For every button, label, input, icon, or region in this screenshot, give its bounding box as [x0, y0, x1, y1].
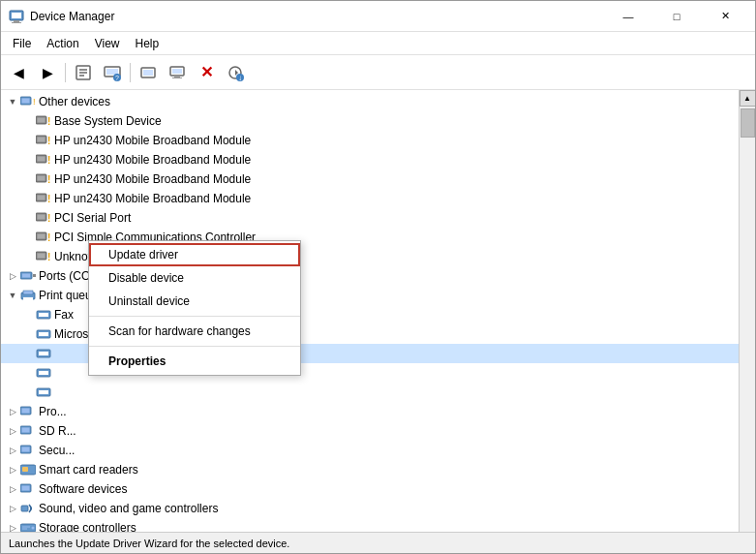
tree-other-devices[interactable]: ▼ ! Other devices	[1, 92, 739, 111]
svg-rect-63	[39, 390, 48, 394]
svg-text:!: !	[47, 213, 50, 224]
tree-pro[interactable]: ▷ Pro...	[1, 402, 739, 421]
base-system-icon: !	[36, 114, 51, 128]
tree-secu[interactable]: ▷ Secu...	[1, 441, 739, 460]
title-buttons: — □ ✕	[606, 7, 747, 26]
app-icon	[9, 9, 24, 24]
svg-rect-53	[23, 297, 33, 300]
ctx-properties[interactable]: Properties	[89, 350, 300, 373]
tb-forward-button[interactable]: ▶	[34, 59, 61, 86]
fax-icon	[36, 308, 51, 322]
svg-text:!: !	[47, 136, 50, 146]
svg-rect-50	[33, 274, 36, 277]
expand-print-queues: ▼	[5, 288, 20, 303]
hp3-label: HP un2430 Mobile Broadband Module	[54, 172, 251, 186]
tree-hp4[interactable]: ! HP un2430 Mobile Broadband Module	[1, 189, 739, 208]
minimize-button[interactable]: —	[606, 7, 650, 26]
expand-sound: ▷	[5, 501, 20, 516]
ctx-scan-hardware[interactable]: Scan for hardware changes	[89, 320, 300, 343]
p3-icon	[36, 347, 51, 360]
maximize-button[interactable]: □	[654, 7, 699, 26]
ctx-separator-2	[89, 346, 300, 347]
scrollbar[interactable]: ▲	[739, 90, 755, 532]
menu-help[interactable]: Help	[128, 35, 167, 52]
svg-rect-73	[22, 486, 30, 491]
tb-back-button[interactable]: ◀	[5, 59, 32, 86]
svg-text:!: !	[47, 252, 50, 262]
expand-storage: ▷	[5, 520, 20, 532]
pro-icon	[20, 405, 36, 418]
base-system-label: Base System Device	[54, 114, 162, 128]
close-button[interactable]: ✕	[703, 7, 747, 26]
expand-sd: ▷	[5, 423, 20, 439]
svg-rect-67	[22, 428, 30, 433]
expand-software: ▷	[5, 481, 20, 497]
tree-sd[interactable]: ▷ SD R...	[1, 421, 739, 441]
ctx-disable-device[interactable]: Disable device	[89, 266, 300, 290]
svg-rect-77	[22, 527, 30, 528]
svg-rect-78	[22, 529, 27, 530]
storage-label: Storage controllers	[39, 521, 136, 532]
expand-ports: ▷	[5, 268, 20, 284]
ctx-uninstall-device-label: Uninstall device	[108, 294, 190, 308]
svg-text:!: !	[47, 232, 50, 243]
sd-label: SD R...	[39, 424, 76, 438]
svg-rect-15	[172, 69, 182, 74]
pro-label: Pro...	[39, 405, 67, 418]
ports-icon	[20, 269, 36, 283]
tb-computer-button[interactable]	[164, 59, 191, 86]
tb-update-driver-button[interactable]: ?	[99, 59, 126, 86]
tb-device-type-button[interactable]	[135, 59, 162, 86]
ctx-uninstall-device[interactable]: Uninstall device	[89, 290, 300, 313]
tree-sound[interactable]: ▷ Sound, video and game controllers	[1, 499, 739, 518]
ctx-update-driver-label: Update driver	[108, 248, 178, 262]
print-queues-icon	[20, 289, 36, 302]
svg-rect-25	[38, 118, 45, 123]
scroll-thumb[interactable]	[741, 108, 755, 138]
tree-pci-serial[interactable]: ! PCI Serial Port	[1, 208, 739, 228]
ctx-separator	[89, 316, 300, 317]
ctx-properties-label: Properties	[108, 354, 166, 368]
toolbar: ◀ ▶ ?	[1, 55, 755, 90]
main-content: ▼ ! Other devices ▷ !	[1, 90, 755, 532]
tb-scan-button[interactable]: ↓	[222, 59, 249, 86]
tb-properties-button[interactable]	[70, 59, 97, 86]
menu-view[interactable]: View	[87, 35, 128, 52]
pdf-icon	[36, 327, 51, 341]
tree-storage[interactable]: ▷ Storage controllers	[1, 518, 739, 532]
menu-file[interactable]: File	[5, 35, 39, 52]
tree-hp2[interactable]: ! HP un2430 Mobile Broadband Module	[1, 150, 739, 169]
smart-card-label: Smart card readers	[39, 463, 138, 477]
svg-rect-69	[22, 447, 30, 452]
tree-printer-5[interactable]	[1, 383, 739, 402]
svg-text:!: !	[47, 116, 50, 127]
title-bar: Device Manager — □ ✕	[1, 1, 755, 32]
sound-icon	[20, 502, 36, 515]
title-bar-left: Device Manager	[9, 9, 114, 24]
svg-rect-61	[39, 371, 48, 375]
other-devices-label: Other devices	[39, 95, 110, 108]
tree-hp1[interactable]: ! HP un2430 Mobile Broadband Module	[1, 131, 739, 150]
unknown-icon: !	[36, 250, 51, 263]
sound-label: Sound, video and game controllers	[39, 502, 218, 515]
svg-rect-65	[22, 409, 30, 414]
svg-rect-13	[143, 70, 153, 76]
svg-rect-40	[38, 215, 45, 220]
pci-serial-label: PCI Serial Port	[54, 211, 131, 225]
hp3-icon: !	[36, 172, 51, 186]
svg-rect-22	[22, 99, 30, 104]
menu-action[interactable]: Action	[39, 35, 86, 52]
tree-hp3[interactable]: ! HP un2430 Mobile Broadband Module	[1, 169, 739, 189]
ctx-update-driver[interactable]: Update driver	[89, 243, 300, 266]
tree-smart-card[interactable]: ▷ Smart card readers	[1, 460, 739, 479]
svg-rect-2	[14, 20, 19, 22]
tree-base-system[interactable]: ▷ ! Base System Device	[1, 111, 739, 131]
status-text: Launches the Update Driver Wizard for th…	[9, 538, 289, 549]
hp1-icon: !	[36, 134, 51, 147]
scroll-up-button[interactable]: ▲	[740, 90, 756, 107]
hp1-label: HP un2430 Mobile Broadband Module	[54, 134, 251, 147]
tb-remove-button[interactable]: ✕	[193, 59, 220, 86]
tree-software[interactable]: ▷ Software devices	[1, 479, 739, 499]
svg-text:!: !	[47, 194, 50, 204]
hp4-icon: !	[36, 192, 51, 205]
